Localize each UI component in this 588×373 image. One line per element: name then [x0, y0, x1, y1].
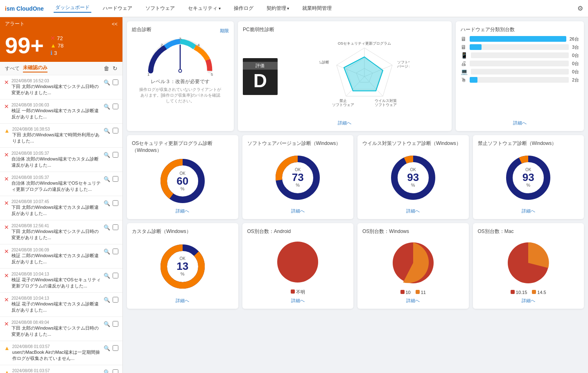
alert-search-icon[interactable]: 🔍: [104, 104, 110, 110]
alert-text-block: 2024/08/08 10:05:37自治体 次郎のWindows端末でOSセキ…: [11, 175, 101, 192]
alert-error-row: ✕ 72: [50, 35, 63, 41]
delete-filter-icon[interactable]: 🗑: [104, 65, 109, 72]
prohibited-sw-link[interactable]: 詳細へ: [478, 206, 579, 214]
card-os-mac: OS別台数：Mac 10.15 14.5 詳細へ: [473, 223, 584, 309]
os-security-title: OSセキュリティ更新プログラム診断（Windows）: [132, 140, 233, 154]
alert-checkbox[interactable]: [113, 273, 118, 278]
card-os-security: OSセキュリティ更新プログラム診断（Windows） OK 60 %: [127, 135, 238, 219]
os-android-link[interactable]: 詳細へ: [247, 295, 349, 304]
nav-software[interactable]: ソフトウェア: [144, 5, 176, 12]
os-security-link[interactable]: 詳細へ: [132, 206, 233, 214]
card-general-diag: 総合診断 期限: [127, 21, 234, 131]
alert-text-block: 2024/08/08 10:05:37自治体 次郎のWindows端末でカスタム…: [11, 151, 101, 168]
card-prohibited-sw: 禁止ソフトウェア診断（Windows） OK 93 %: [473, 135, 584, 219]
hw-bar-fill: [470, 36, 566, 42]
nav-worktime[interactable]: 就業時間管理: [301, 5, 333, 12]
alert-date: 2024/08/08 12:56:41: [11, 224, 101, 228]
hw-count-label: 3台: [572, 44, 579, 50]
error-alert-icon: ✕: [4, 321, 9, 327]
alert-checkbox[interactable]: [113, 152, 118, 158]
alert-date: 2024/08/08 10:07:45: [11, 199, 101, 204]
alert-checkbox[interactable]: [113, 297, 118, 303]
alert-list-item: ✕2024/08/08 10:05:37自治体 次郎のWindows端末でカスタ…: [0, 148, 122, 172]
alert-description: 検証 花子のWindows端末でOSセキュリティ更新プログラムの違反がありました…: [11, 277, 101, 289]
alert-search-icon[interactable]: 🔍: [104, 128, 110, 134]
custom-diag-link[interactable]: 詳細へ: [132, 295, 233, 304]
alert-checkbox[interactable]: [113, 345, 118, 351]
pc-vuln-detail-link[interactable]: 詳細へ: [243, 118, 447, 126]
nav-hardware[interactable]: ハードウェア: [101, 5, 134, 12]
hw-count-label: 26台: [570, 36, 579, 42]
warn-icon: ▲: [50, 42, 56, 49]
alert-search-icon[interactable]: 🔍: [104, 152, 110, 158]
alert-text-block: 2024/08/08 10:06:03検証 一郎のWindows端末でカスタム診…: [11, 103, 101, 120]
error-alert-icon: ✕: [4, 248, 9, 255]
svg-text:5: 5: [211, 72, 213, 77]
warn-alert-icon: ▲: [4, 345, 10, 351]
os-mac-link[interactable]: 詳細へ: [478, 295, 579, 304]
antivirus-link[interactable]: 詳細へ: [362, 206, 464, 214]
hw-count-label: 0台: [572, 52, 579, 59]
hw-table-row: 🖥26台: [461, 36, 579, 42]
gauge-svg: 1 2 3 4 5: [143, 36, 217, 77]
os-security-num: 60: [176, 176, 188, 186]
os-android-svg: [273, 237, 322, 287]
alert-search-icon[interactable]: 🔍: [104, 200, 110, 206]
alert-search-icon[interactable]: 🔍: [104, 249, 110, 255]
alert-checkbox[interactable]: [113, 200, 118, 206]
alert-checkbox[interactable]: [113, 176, 118, 182]
alert-search-icon[interactable]: 🔍: [104, 369, 110, 373]
alert-search-icon[interactable]: 🔍: [104, 79, 110, 86]
os-mac-pie-wrapper: 10.15 14.5: [478, 237, 579, 295]
alert-description: 自治体 次郎のWindows端末でOSセキュリティ更新プログラムの違反がありまし…: [11, 180, 101, 192]
alert-search-icon[interactable]: 🔍: [104, 345, 110, 351]
content-area: 総合診断 期限: [123, 17, 588, 373]
hw-device-icon: 💻: [461, 68, 468, 75]
windows-legend-10: 10: [400, 290, 411, 295]
error-alert-icon: ✕: [4, 224, 9, 231]
hw-count-label: 2台: [572, 77, 579, 83]
alert-checkbox[interactable]: [113, 321, 118, 327]
alert-text-block: 2024/08/08 16:52:03下田 太郎のWindows端末でシステム日…: [11, 79, 101, 96]
gear-icon[interactable]: ⚙: [577, 5, 583, 12]
alert-checkbox[interactable]: [113, 249, 118, 254]
prohibited-sw-center: OK 93 %: [522, 167, 534, 188]
alert-search-icon[interactable]: 🔍: [104, 176, 110, 182]
alert-checkbox[interactable]: [113, 224, 118, 230]
os-windows-link[interactable]: 詳細へ: [362, 295, 464, 304]
alert-checkbox[interactable]: [113, 369, 118, 373]
windows-legend-11: 11: [416, 290, 426, 295]
hw-count-detail-link[interactable]: 詳細へ: [461, 118, 579, 126]
nav-security[interactable]: セキュリティ: [186, 5, 222, 12]
svg-text:2: 2: [161, 43, 163, 47]
general-diag-link[interactable]: 期限: [220, 28, 229, 34]
info-icon: ℹ: [50, 50, 52, 56]
filter-unconfirmed-button[interactable]: 未確認のみ: [23, 64, 47, 72]
refresh-filter-icon[interactable]: ↻: [113, 65, 118, 72]
vuln-grade-value: D: [253, 70, 267, 92]
sw-version-link[interactable]: 詳細へ: [247, 206, 349, 214]
hw-table-row: 🖱2台: [461, 77, 579, 83]
alert-date: 2024/08/08 10:05:37: [11, 151, 101, 156]
alert-info-row: ℹ 3: [50, 50, 63, 56]
alert-text-block: 2024/08/08 08:49:04下田 太郎のWindows端末でシステム日…: [11, 320, 101, 337]
nav-contract[interactable]: 契約管理: [265, 5, 291, 12]
hw-device-icon: 📱: [461, 52, 468, 59]
alert-checkbox[interactable]: [113, 79, 118, 85]
alert-search-icon[interactable]: 🔍: [104, 224, 110, 231]
alert-search-icon[interactable]: 🔍: [104, 273, 110, 279]
nav-oplog[interactable]: 操作ログ: [232, 5, 255, 12]
alert-checkbox[interactable]: [113, 104, 118, 109]
alert-date: 2024/08/08 10:06:09: [11, 248, 101, 252]
mac-legend-145: 14.5: [532, 290, 546, 295]
sidebar-collapse-button[interactable]: <<: [112, 21, 118, 27]
hw-bar-background: [470, 61, 569, 66]
alert-checkbox[interactable]: [113, 128, 118, 133]
alert-search-icon[interactable]: 🔍: [104, 321, 110, 327]
svg-point-7: [179, 70, 181, 72]
nav-dashboard[interactable]: ダッシュボード: [54, 4, 91, 13]
alert-search-icon[interactable]: 🔍: [104, 297, 110, 303]
os-security-pct: %: [181, 186, 185, 191]
row-top: 総合診断 期限: [127, 21, 584, 131]
filter-all-button[interactable]: すべて: [5, 65, 20, 72]
